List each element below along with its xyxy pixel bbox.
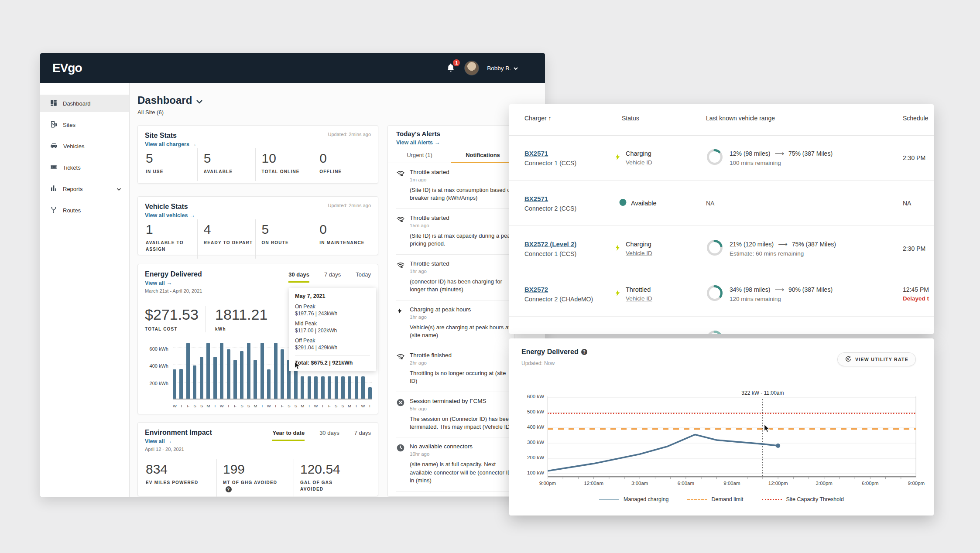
battery-donut-icon bbox=[706, 148, 723, 167]
alert-title: No available connectors bbox=[410, 443, 514, 450]
chart-y-label: 600 kW bbox=[518, 394, 544, 399]
charger-link[interactable]: BX2572 (Level 2) bbox=[524, 240, 576, 247]
bar-x-label: F bbox=[281, 403, 284, 408]
tab-7-days[interactable]: 7 days bbox=[324, 271, 341, 283]
view-utility-rate-button[interactable]: $ VIEW UTILITY RATE bbox=[837, 352, 916, 366]
tab-urgent[interactable]: Urgent (1) bbox=[388, 152, 451, 163]
help-icon[interactable]: ? bbox=[226, 486, 232, 492]
schedule-cell: 12:45 PMDelayed t bbox=[903, 286, 929, 302]
chart-x-label: 6:00pm bbox=[862, 481, 878, 486]
alert-item: Session terminated by FCMS5hr agoThe ses… bbox=[396, 392, 512, 438]
tooltip-value: $291.04 | 429kWh bbox=[295, 345, 370, 351]
sidebar-item-sites[interactable]: Sites bbox=[40, 116, 129, 133]
bar bbox=[186, 343, 190, 399]
total-cost-value: $271.53 bbox=[145, 306, 205, 323]
column-range[interactable]: Last known vehicle range bbox=[706, 115, 775, 122]
chevron-down-icon[interactable] bbox=[196, 94, 202, 106]
dash-swatch bbox=[687, 499, 707, 500]
tab-notifications[interactable]: Notifications bbox=[451, 152, 514, 163]
status-label: Available bbox=[631, 200, 657, 207]
table-row: BX2571Connector 1 (CCS)ChargingVehicle I… bbox=[509, 135, 934, 181]
view-all-vehicles-link[interactable]: View all vehicles → bbox=[145, 212, 371, 218]
bar-x-label: T bbox=[179, 403, 183, 408]
tab-today[interactable]: Today bbox=[356, 271, 371, 283]
bar-chart-icon bbox=[50, 184, 58, 194]
throttle-icon bbox=[396, 260, 405, 294]
tooltip-total: Total: $675.2 | 921kWh bbox=[295, 360, 370, 366]
alert-body: (Site ID) is at max capacity during a pe… bbox=[410, 232, 514, 248]
site-stats-row: 5IN USE5AVAILABLE10TOTAL ONLINE0OFFLINE bbox=[145, 148, 371, 181]
bar-x-label: T bbox=[368, 403, 372, 408]
stat-item: 199MT OF GHG AVOIDED? bbox=[216, 459, 294, 497]
alert-content: Charging at peak hours1hr agoVehicle(s) … bbox=[410, 306, 514, 340]
bell-icon bbox=[446, 67, 456, 74]
bar bbox=[281, 349, 284, 399]
environment-stats-row: 834EV MILES POWERED199MT OF GHG AVOIDED?… bbox=[145, 459, 371, 497]
column-schedule[interactable]: Schedule bbox=[903, 115, 928, 122]
user-avatar[interactable] bbox=[464, 61, 479, 75]
tab-30-days[interactable]: 30 days bbox=[319, 430, 339, 441]
alert-body: The session on (Connector ID) has been t… bbox=[410, 415, 514, 431]
sidebar-item-tickets[interactable]: Tickets bbox=[40, 159, 129, 176]
bar-x-label: W bbox=[361, 403, 365, 408]
battery-donut-icon bbox=[706, 284, 723, 304]
vehicle-id-link[interactable]: Vehicle ID bbox=[626, 250, 652, 256]
stat-label: IN MAINTENANCE bbox=[319, 239, 371, 246]
column-status[interactable]: Status bbox=[622, 115, 639, 122]
charger-link[interactable]: BX2572 bbox=[524, 285, 593, 293]
notifications-bell-button[interactable]: 1 bbox=[446, 62, 456, 74]
bar bbox=[267, 369, 271, 399]
stat-item: 120.54GAL OF GAS AVOIDED bbox=[294, 459, 371, 497]
chart-y-label: 200 kW bbox=[518, 455, 544, 460]
bar-x-label: S bbox=[287, 403, 291, 408]
sidebar-item-reports[interactable]: Reports bbox=[40, 180, 129, 198]
vehicle-id-link[interactable]: Vehicle ID bbox=[626, 159, 652, 166]
bar-x-label: T bbox=[226, 403, 230, 408]
charger-link[interactable]: BX2571 bbox=[524, 149, 576, 157]
stat-item: 1AVAILABLE TO ASSIGN bbox=[145, 219, 197, 259]
sidebar-item-vehicles[interactable]: Vehicles bbox=[40, 137, 129, 155]
charger-link[interactable]: BX2571 bbox=[524, 195, 576, 202]
view-all-alerts-link[interactable]: View all Alerts → bbox=[396, 139, 514, 146]
tab-year-to-date[interactable]: Year to date bbox=[272, 430, 305, 441]
arrow-right-icon: ⟶ bbox=[774, 150, 784, 157]
todays-alerts-card: Today's Alerts View all Alerts → Urgent … bbox=[387, 125, 515, 497]
evgo-logo: EVgo bbox=[52, 61, 82, 75]
stat-label: EV MILES POWERED bbox=[146, 479, 200, 486]
tab-30-days[interactable]: 30 days bbox=[288, 271, 309, 283]
bar-x-label: S bbox=[200, 403, 204, 408]
bar bbox=[173, 369, 176, 399]
stat-item: 5ON ROUTE bbox=[255, 219, 313, 259]
sidebar-item-routes[interactable]: Routes bbox=[40, 201, 129, 219]
bar-x-label: W bbox=[267, 403, 271, 408]
vehicle-id-link[interactable]: Vehicle ID bbox=[626, 295, 652, 302]
chart-x-label: 9:00pm bbox=[539, 481, 556, 486]
alerts-tabs: Urgent (1) Notifications bbox=[388, 152, 514, 163]
range-cell bbox=[706, 330, 723, 335]
bar-x-label: T bbox=[307, 403, 311, 408]
chart-y-label: 400 kW bbox=[518, 424, 544, 430]
column-charger[interactable]: Charger ↑ bbox=[524, 115, 551, 122]
total-cost-label: TOTAL COST bbox=[145, 326, 199, 332]
sidebar-item-dashboard[interactable]: Dashboard bbox=[40, 95, 129, 112]
stat-item: 0IN MAINTENANCE bbox=[313, 219, 371, 259]
battery-donut-icon bbox=[706, 330, 723, 335]
bar bbox=[361, 376, 365, 399]
alert-body: Vehicle(s) are charging at peak hours at… bbox=[410, 324, 514, 340]
bar bbox=[341, 376, 345, 399]
legend-site-capacity: Site Capacity Threshold bbox=[762, 496, 844, 502]
alert-item: Throttle started1hr ago(connector ID) ha… bbox=[396, 255, 512, 300]
view-all-chargers-link[interactable]: View all chargers → bbox=[145, 141, 371, 147]
alert-content: Throttle started15m ago(Site ID) is at m… bbox=[410, 215, 514, 248]
tab-7-days[interactable]: 7 days bbox=[354, 430, 371, 441]
bar bbox=[274, 343, 278, 399]
stat-value: 5 bbox=[262, 222, 313, 237]
user-menu[interactable]: Bobby B. bbox=[487, 65, 518, 72]
stat-value: 4 bbox=[204, 222, 255, 237]
alert-content: Throttle started1hr ago(connector ID) ha… bbox=[410, 260, 514, 294]
bar-x-label: W bbox=[173, 403, 177, 408]
range-remaining: Estimate: 60 mins remaining bbox=[730, 250, 836, 257]
arrow-right-icon: ⟶ bbox=[774, 286, 784, 294]
help-icon[interactable]: ? bbox=[581, 349, 587, 355]
bar-x-label: S bbox=[193, 403, 197, 408]
